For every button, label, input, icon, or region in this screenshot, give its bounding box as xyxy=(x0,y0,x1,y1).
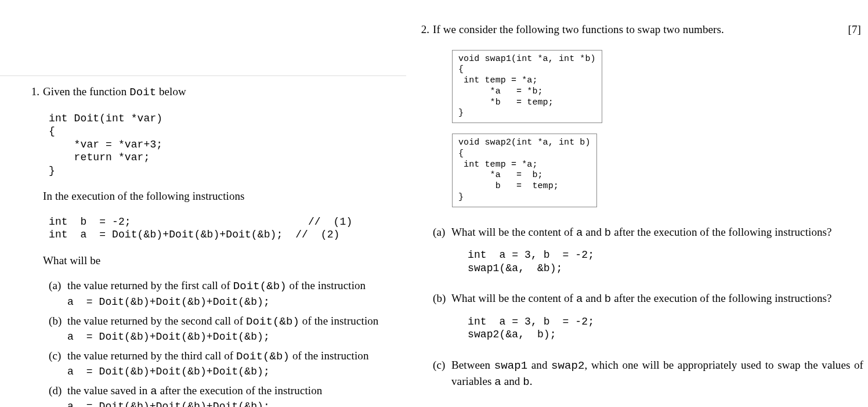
q1b-code: a = Doit(&b)+Doit(&b)+Doit(&b); xyxy=(67,330,395,344)
right-column: 2. If we consider the following two func… xyxy=(406,0,868,407)
page: 1. Given the function Doit below int Doi… xyxy=(0,0,868,407)
q1-intro-pre: Given the function xyxy=(43,85,129,98)
q2-codebox-swap1: void swap1(int *a, int *b) { int temp = … xyxy=(452,50,602,124)
question-2: 2. If we consider the following two func… xyxy=(413,22,863,394)
q2b-b: b xyxy=(605,293,612,305)
q2-header: If we consider the following two functio… xyxy=(433,22,863,37)
q2c-pre: Between xyxy=(451,359,494,371)
q2-codebox-swap2: void swap2(int *a, int b) { int temp = *… xyxy=(452,134,597,207)
q1b-codeinline: Doit(&b) xyxy=(246,315,299,328)
q1c-code: a = Doit(&b)+Doit(&b)+Doit(&b); xyxy=(67,365,395,379)
q2c-post: . xyxy=(530,375,533,387)
q1d-codeinline: a xyxy=(150,385,157,398)
q2b-pre: What will be the content of xyxy=(451,292,576,304)
q1d-item: (d) the value saved in a after the execu… xyxy=(49,383,395,407)
q2c-label: (c) xyxy=(433,358,451,390)
q1b-label: (b) xyxy=(49,314,67,344)
q1a-post: of the instruction xyxy=(287,279,366,291)
q2c-va: a xyxy=(494,376,501,388)
q2b-body: What will be the content of a and b afte… xyxy=(451,291,863,353)
divider xyxy=(0,75,406,76)
q1b-item: (b) the value returned by the second cal… xyxy=(49,314,395,344)
q2-marks: [7] xyxy=(837,22,863,37)
q2-intro: If we consider the following two functio… xyxy=(433,22,724,37)
q1c-item: (c) the value returned by the third call… xyxy=(49,348,395,379)
q2a-a: a xyxy=(576,226,583,239)
q2c-and: and xyxy=(527,359,551,371)
q1-code-doit: int Doit(int *var) { *var = *var+3; retu… xyxy=(49,112,395,178)
q2b-item: (b) What will be the content of a and b … xyxy=(433,291,863,353)
q1-body: Given the function Doit below int Doit(i… xyxy=(43,84,395,407)
q1a-code: a = Doit(&b)+Doit(&b)+Doit(&b); xyxy=(67,296,395,309)
left-column: 1. Given the function Doit below int Doi… xyxy=(0,0,406,407)
q2c-body: Between swap1 and swap2, which one will … xyxy=(451,358,863,390)
q1d-label: (d) xyxy=(49,383,67,407)
q1-code-exec: int b = -2; // (1) int a = Doit(&b)+Doit… xyxy=(49,215,395,242)
question-1: 1. Given the function Doit below int Doi… xyxy=(23,84,395,407)
q2c-item: (c) Between swap1 and swap2, which one w… xyxy=(433,358,863,390)
q2a-b: b xyxy=(605,226,612,239)
q1a-pre: the value returned by the first call of xyxy=(67,279,233,291)
q1d-code: a = Doit(&b)+Doit(&b)+Doit(&b); xyxy=(67,400,395,407)
q2a-item: (a) What will be the content of a and b … xyxy=(433,225,863,287)
q1b-pre: the value returned by the second call of xyxy=(67,315,246,327)
q2b-code: int a = 3, b = -2; swap2(&a, b); xyxy=(468,315,863,341)
q1c-post: of the instruction xyxy=(290,350,368,362)
q2a-pre: What will be the content of xyxy=(451,226,576,238)
q1c-codeinline: Doit(&b) xyxy=(236,350,290,363)
q2-codeboxes: void swap1(int *a, int *b) { int temp = … xyxy=(450,46,863,214)
q2a-body: What will be the content of a and b afte… xyxy=(451,225,863,287)
q2a-and: and xyxy=(583,226,604,238)
q1-mid: In the execution of the following instru… xyxy=(43,189,395,204)
q2b-post: after the execution of the following ins… xyxy=(611,292,831,304)
q1c-pre: the value returned by the third call of xyxy=(67,350,236,362)
q1d-mid: after the execution of the instruction xyxy=(157,384,323,397)
q2a-code: int a = 3, b = -2; swap1(&a, &b); xyxy=(468,248,863,275)
q1-number: 1. xyxy=(23,84,43,407)
q1-intro-code: Doit xyxy=(129,86,156,99)
q1a-body: the value returned by the first call of … xyxy=(67,278,395,308)
q1d-pre: the value saved in xyxy=(67,384,150,397)
q2c-and2: and xyxy=(501,375,523,387)
q2b-label: (b) xyxy=(433,291,451,353)
q1c-body: the value returned by the third call of … xyxy=(67,348,395,379)
q2b-and: and xyxy=(583,292,604,304)
q2c-s2: swap2 xyxy=(551,359,585,372)
q1-sublist: (a) the value returned by the first call… xyxy=(49,278,395,407)
q2a-label: (a) xyxy=(433,225,451,287)
q1a-item: (a) the value returned by the first call… xyxy=(49,278,395,308)
q1b-post: of the instruction xyxy=(299,315,378,327)
q1b-body: the value returned by the second call of… xyxy=(67,314,395,344)
q1-intro-post: below xyxy=(156,85,186,98)
q2-sublist: (a) What will be the content of a and b … xyxy=(433,225,863,390)
q2-body: If we consider the following two functio… xyxy=(433,22,863,394)
q1c-label: (c) xyxy=(49,348,67,379)
q2a-post: after the execution of the following ins… xyxy=(611,226,831,238)
q2b-a: a xyxy=(576,293,583,305)
q1-lead: What will be xyxy=(43,253,395,268)
q2-number: 2. xyxy=(413,22,433,394)
q2c-s1: swap1 xyxy=(494,359,528,372)
q1a-codeinline: Doit(&b) xyxy=(233,280,287,293)
q1a-label: (a) xyxy=(49,278,67,308)
q1d-body: the value saved in a after the execution… xyxy=(67,383,395,407)
q2c-vb: b xyxy=(523,376,530,388)
